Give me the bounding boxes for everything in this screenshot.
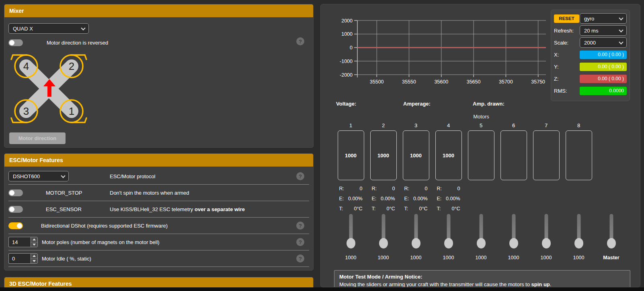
motor-3-number: 3 (400, 122, 432, 130)
spinner-up-icon[interactable] (31, 237, 37, 242)
motor-5-slider[interactable] (465, 214, 497, 253)
motor-1-value: 1000 (345, 153, 357, 159)
graph-source-select[interactable]: gyro (580, 13, 627, 24)
graph-source-value: gyro (584, 16, 594, 22)
scale-value: 2000 (584, 40, 596, 46)
motor-error-row: E:0.00% (404, 194, 428, 204)
motor-error-row: E:0.00% (437, 194, 460, 204)
esc-motor-features-panel: ESC/Motor Features DSHOT600 ESC/Motor pr… (4, 153, 314, 271)
spinner-up-icon[interactable] (31, 254, 37, 259)
motor-7-number: 7 (530, 122, 562, 130)
motor-stop-toggle[interactable] (8, 189, 23, 196)
motor-3-slider[interactable] (400, 214, 432, 253)
motor-error-row: E:0.00% (372, 194, 395, 204)
motor-stop-row: MOTOR_STOP Don't spin the motors when ar… (4, 185, 313, 201)
motor-poles-input[interactable]: 14 (8, 237, 38, 247)
refresh-row: Refresh: 20 ms (554, 25, 627, 36)
motor-direction-reversed-label: Motor direction is reversed (47, 40, 108, 46)
motor-6-bar (500, 130, 527, 180)
esc-sensor-desc: Use KISS/BLHeli_32 ESC telemetry over a … (110, 206, 245, 212)
motors-title: Motors (334, 114, 628, 122)
master-slider[interactable] (595, 214, 628, 253)
bidirectional-dshot-label: Bidirectional DShot (requires supported … (41, 223, 168, 229)
motor-temp-row: T:0°C (339, 204, 363, 214)
slider-knob[interactable] (379, 238, 388, 248)
motor-8-slider-value: 1000 (562, 253, 595, 260)
graph-reset-row: RESET gyro (554, 13, 627, 24)
motor-8-slider[interactable] (562, 214, 595, 253)
esc-3d-panel-title: 3D ESC/Motor Features (9, 281, 72, 287)
motor-4-bar: 1000 (435, 130, 462, 180)
help-icon[interactable]: ? (296, 222, 304, 230)
help-icon[interactable]: ? (296, 37, 304, 45)
y-tick-label: -1000 (340, 59, 353, 64)
esc-protocol-value: DSHOT600 (13, 173, 40, 179)
scale-select[interactable]: 2000 (580, 37, 627, 48)
motor-2-slider[interactable] (367, 214, 400, 253)
motor-idle-input[interactable]: 0 (8, 253, 38, 264)
motor-6-number: 6 (497, 122, 530, 130)
rms-row: RMS: 0.0000 (554, 85, 627, 96)
motor-8-bar (566, 130, 592, 180)
slider-knob[interactable] (347, 238, 355, 248)
motor-4-slider[interactable] (432, 214, 465, 253)
help-icon[interactable]: ? (296, 172, 304, 180)
slider-knob[interactable] (607, 238, 616, 248)
slider-knob[interactable] (509, 238, 518, 248)
quad-x-diagram: 4 2 3 1 (4, 53, 97, 127)
motor-1-bar-cell: 1000 (334, 130, 367, 182)
esc-protocol-select[interactable]: DSHOT600 (8, 171, 69, 181)
gyro-graph: 355003555035600356503570035750200010000-… (331, 14, 548, 91)
motor-idle-value[interactable]: 0 (8, 253, 31, 264)
x-tick-label: 35500 (370, 79, 384, 85)
y-axis-value: 0.00 ( 0.00 ) (580, 63, 627, 71)
motor-1-slider[interactable] (334, 214, 367, 253)
motor-stop-desc: Don't spin the motors when armed (110, 190, 189, 196)
mixer-type-select[interactable]: QUAD X (8, 23, 89, 34)
motor-7-slider[interactable] (530, 214, 562, 253)
motor-rpm-row: R:0 (372, 184, 395, 194)
motor-6-slider[interactable] (497, 214, 530, 253)
slider-knob[interactable] (412, 238, 420, 248)
chevron-down-icon (619, 28, 623, 32)
motor-5-telemetry (465, 182, 497, 214)
x-tick-label: 35550 (402, 79, 416, 85)
help-icon[interactable]: ? (296, 254, 304, 263)
x-tick-label: 35650 (467, 79, 481, 85)
motor-direction-button[interactable]: Motor direction (9, 132, 66, 144)
power-info-row: Voltage: Amperage: Amp. drawn: (321, 101, 640, 108)
refresh-value: 20 ms (584, 28, 598, 34)
motor-poles-value[interactable]: 14 (8, 237, 31, 247)
motor-error-row: E:0.00% (339, 194, 363, 204)
slider-knob[interactable] (542, 238, 551, 248)
motor-rpm-row: R:0 (437, 184, 460, 194)
esc-sensor-toggle[interactable] (8, 206, 23, 213)
reset-button[interactable]: RESET (554, 14, 579, 23)
slider-knob[interactable] (574, 238, 583, 248)
motor-3-value: 1000 (410, 153, 422, 159)
x-axis-value: 0.00 ( 0.00 ) (580, 51, 627, 59)
refresh-select[interactable]: 20 ms (580, 25, 627, 36)
spinner-down-icon[interactable] (31, 242, 37, 247)
motor-2-number: 2 (69, 60, 74, 72)
slider-knob[interactable] (444, 238, 453, 248)
motor-rpm-row: R:0 (339, 184, 363, 194)
motor-1-slider-value: 1000 (334, 253, 367, 260)
slider-knob[interactable] (477, 238, 486, 248)
y-tick-label: -2000 (340, 72, 353, 78)
chevron-down-icon (81, 26, 85, 30)
motor-direction-reversed-toggle[interactable] (8, 39, 23, 46)
motor-4-slider-value: 1000 (432, 253, 465, 260)
motor-5-bar-cell (465, 130, 497, 182)
esc-panel-title: ESC/Motor Features (9, 157, 63, 163)
x-tick-label: 35600 (434, 79, 448, 85)
spinner-down-icon[interactable] (31, 259, 37, 264)
x-axis-row: X: 0.00 ( 0.00 ) (554, 49, 627, 60)
motor-1-number: 1 (69, 105, 74, 117)
bidirectional-dshot-toggle[interactable] (8, 222, 23, 229)
help-icon[interactable]: ? (296, 238, 304, 246)
y-tick-label: 2000 (341, 18, 353, 24)
bottom-edge-bar (0, 287, 644, 291)
chevron-down-icon (61, 173, 65, 178)
motor-3-slider-value: 1000 (400, 253, 432, 260)
